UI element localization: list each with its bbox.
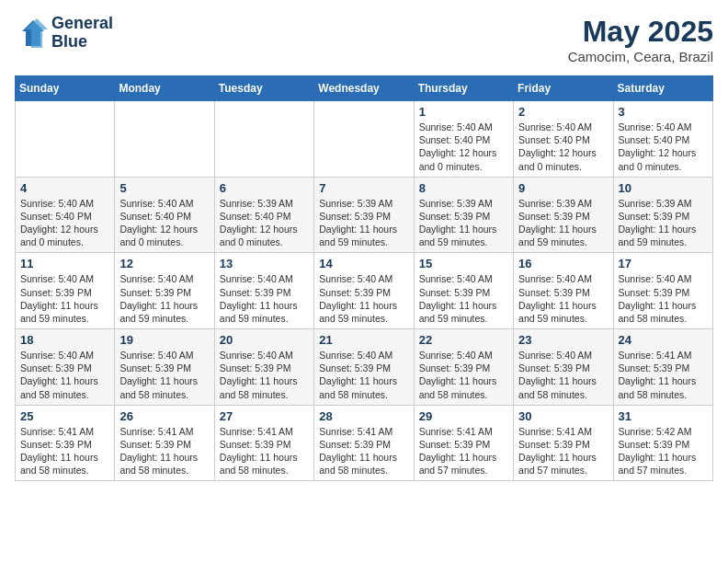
calendar-cell: 26Sunrise: 5:41 AMSunset: 5:39 PMDayligh…	[115, 405, 214, 481]
day-number: 19	[119, 333, 209, 347]
day-info: Sunrise: 5:40 AMSunset: 5:40 PMDaylight:…	[518, 121, 608, 173]
calendar-table: SundayMondayTuesdayWednesdayThursdayFrid…	[15, 75, 713, 481]
calendar-cell: 3Sunrise: 5:40 AMSunset: 5:40 PMDaylight…	[613, 101, 712, 178]
day-number: 14	[319, 257, 408, 270]
day-number: 10	[619, 181, 708, 195]
day-number: 3	[619, 105, 708, 119]
day-number: 22	[419, 333, 508, 347]
day-number: 25	[20, 409, 109, 423]
calendar-cell: 12Sunrise: 5:40 AMSunset: 5:39 PMDayligh…	[115, 253, 214, 329]
day-number: 6	[220, 181, 309, 195]
day-number: 8	[419, 181, 508, 195]
day-number: 7	[319, 181, 408, 195]
calendar-cell: 18Sunrise: 5:40 AMSunset: 5:39 PMDayligh…	[16, 329, 115, 406]
day-info: Sunrise: 5:40 AMSunset: 5:39 PMDaylight:…	[119, 272, 209, 325]
calendar-cell	[314, 101, 414, 178]
weekday-header-sunday: Sunday	[16, 76, 115, 101]
week-row-5: 25Sunrise: 5:41 AMSunset: 5:39 PMDayligh…	[16, 405, 713, 481]
logo: General Blue	[15, 15, 113, 52]
logo-icon	[15, 17, 48, 50]
day-info: Sunrise: 5:41 AMSunset: 5:39 PMDaylight:…	[619, 349, 708, 401]
week-row-2: 4Sunrise: 5:40 AMSunset: 5:40 PMDaylight…	[16, 177, 713, 253]
calendar-cell: 9Sunrise: 5:39 AMSunset: 5:39 PMDaylight…	[514, 177, 613, 253]
calendar-cell: 24Sunrise: 5:41 AMSunset: 5:39 PMDayligh…	[613, 329, 712, 406]
calendar-cell: 15Sunrise: 5:40 AMSunset: 5:39 PMDayligh…	[414, 253, 513, 329]
day-info: Sunrise: 5:40 AMSunset: 5:40 PMDaylight:…	[619, 121, 708, 173]
calendar-cell: 31Sunrise: 5:42 AMSunset: 5:39 PMDayligh…	[613, 405, 712, 481]
day-number: 9	[518, 181, 608, 195]
title-block: May 2025 Camocim, Ceara, Brazil	[568, 15, 713, 64]
day-info: Sunrise: 5:40 AMSunset: 5:39 PMDaylight:…	[619, 272, 708, 325]
calendar-cell: 13Sunrise: 5:40 AMSunset: 5:39 PMDayligh…	[214, 253, 313, 329]
weekday-header-row: SundayMondayTuesdayWednesdayThursdayFrid…	[16, 76, 713, 101]
day-info: Sunrise: 5:40 AMSunset: 5:39 PMDaylight:…	[319, 349, 408, 401]
day-info: Sunrise: 5:41 AMSunset: 5:39 PMDaylight:…	[20, 425, 109, 477]
calendar-cell: 16Sunrise: 5:40 AMSunset: 5:39 PMDayligh…	[514, 253, 613, 329]
day-number: 1	[419, 105, 508, 119]
page-header: General Blue May 2025 Camocim, Ceara, Br…	[15, 15, 713, 64]
day-info: Sunrise: 5:39 AMSunset: 5:39 PMDaylight:…	[319, 197, 408, 249]
weekday-header-tuesday: Tuesday	[214, 76, 313, 101]
day-number: 2	[518, 105, 608, 119]
weekday-header-thursday: Thursday	[414, 76, 513, 101]
day-number: 17	[619, 257, 708, 270]
week-row-4: 18Sunrise: 5:40 AMSunset: 5:39 PMDayligh…	[16, 329, 713, 406]
calendar-cell: 30Sunrise: 5:41 AMSunset: 5:39 PMDayligh…	[514, 405, 613, 481]
weekday-header-saturday: Saturday	[613, 76, 712, 101]
calendar-cell: 10Sunrise: 5:39 AMSunset: 5:39 PMDayligh…	[613, 177, 712, 253]
week-row-3: 11Sunrise: 5:40 AMSunset: 5:39 PMDayligh…	[16, 253, 713, 329]
weekday-header-friday: Friday	[514, 76, 613, 101]
calendar-cell: 2Sunrise: 5:40 AMSunset: 5:40 PMDaylight…	[514, 101, 613, 178]
day-info: Sunrise: 5:40 AMSunset: 5:40 PMDaylight:…	[119, 197, 209, 249]
calendar-cell: 6Sunrise: 5:39 AMSunset: 5:40 PMDaylight…	[214, 177, 313, 253]
day-number: 18	[20, 333, 109, 347]
day-info: Sunrise: 5:40 AMSunset: 5:39 PMDaylight:…	[419, 272, 508, 325]
calendar-cell: 1Sunrise: 5:40 AMSunset: 5:40 PMDaylight…	[414, 101, 513, 178]
day-number: 21	[319, 333, 408, 347]
day-info: Sunrise: 5:40 AMSunset: 5:39 PMDaylight:…	[220, 272, 309, 325]
day-info: Sunrise: 5:40 AMSunset: 5:39 PMDaylight:…	[419, 349, 508, 401]
day-info: Sunrise: 5:41 AMSunset: 5:39 PMDaylight:…	[119, 425, 209, 477]
day-info: Sunrise: 5:40 AMSunset: 5:39 PMDaylight:…	[220, 349, 309, 401]
day-number: 12	[119, 257, 209, 270]
month-title: May 2025	[568, 15, 713, 49]
day-info: Sunrise: 5:40 AMSunset: 5:40 PMDaylight:…	[419, 121, 508, 173]
calendar-cell: 20Sunrise: 5:40 AMSunset: 5:39 PMDayligh…	[214, 329, 313, 406]
calendar-cell: 14Sunrise: 5:40 AMSunset: 5:39 PMDayligh…	[314, 253, 414, 329]
day-number: 29	[419, 409, 508, 423]
day-info: Sunrise: 5:41 AMSunset: 5:39 PMDaylight:…	[319, 425, 408, 477]
day-info: Sunrise: 5:39 AMSunset: 5:39 PMDaylight:…	[619, 197, 708, 249]
calendar-cell: 17Sunrise: 5:40 AMSunset: 5:39 PMDayligh…	[613, 253, 712, 329]
day-info: Sunrise: 5:40 AMSunset: 5:39 PMDaylight:…	[518, 349, 608, 401]
day-info: Sunrise: 5:41 AMSunset: 5:39 PMDaylight:…	[518, 425, 608, 477]
day-number: 23	[518, 333, 608, 347]
day-info: Sunrise: 5:40 AMSunset: 5:39 PMDaylight:…	[518, 272, 608, 325]
day-number: 26	[119, 409, 209, 423]
calendar-cell: 7Sunrise: 5:39 AMSunset: 5:39 PMDaylight…	[314, 177, 414, 253]
day-number: 13	[220, 257, 309, 270]
calendar-cell: 8Sunrise: 5:39 AMSunset: 5:39 PMDaylight…	[414, 177, 513, 253]
day-number: 31	[619, 409, 708, 423]
calendar-cell: 4Sunrise: 5:40 AMSunset: 5:40 PMDaylight…	[16, 177, 115, 253]
weekday-header-monday: Monday	[115, 76, 214, 101]
weekday-header-wednesday: Wednesday	[314, 76, 414, 101]
day-info: Sunrise: 5:40 AMSunset: 5:39 PMDaylight:…	[20, 349, 109, 401]
day-info: Sunrise: 5:39 AMSunset: 5:40 PMDaylight:…	[220, 197, 309, 249]
day-info: Sunrise: 5:41 AMSunset: 5:39 PMDaylight:…	[220, 425, 309, 477]
day-info: Sunrise: 5:40 AMSunset: 5:39 PMDaylight:…	[119, 349, 209, 401]
day-number: 11	[20, 257, 109, 270]
week-row-1: 1Sunrise: 5:40 AMSunset: 5:40 PMDaylight…	[16, 101, 713, 178]
calendar-cell: 5Sunrise: 5:40 AMSunset: 5:40 PMDaylight…	[115, 177, 214, 253]
day-number: 15	[419, 257, 508, 270]
day-info: Sunrise: 5:41 AMSunset: 5:39 PMDaylight:…	[419, 425, 508, 477]
calendar-cell: 25Sunrise: 5:41 AMSunset: 5:39 PMDayligh…	[16, 405, 115, 481]
day-number: 5	[119, 181, 209, 195]
day-number: 30	[518, 409, 608, 423]
day-info: Sunrise: 5:39 AMSunset: 5:39 PMDaylight:…	[518, 197, 608, 249]
calendar-cell	[214, 101, 313, 178]
day-number: 24	[619, 333, 708, 347]
calendar-cell	[115, 101, 214, 178]
calendar-cell: 23Sunrise: 5:40 AMSunset: 5:39 PMDayligh…	[514, 329, 613, 406]
day-info: Sunrise: 5:42 AMSunset: 5:39 PMDaylight:…	[619, 425, 708, 477]
day-number: 20	[220, 333, 309, 347]
